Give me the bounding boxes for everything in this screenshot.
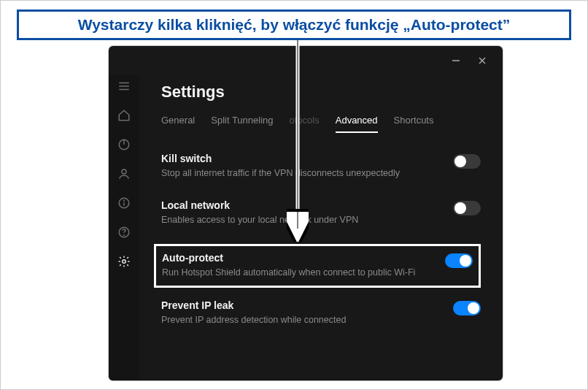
toggle-auto-protect[interactable] [445, 253, 473, 268]
home-icon[interactable] [116, 107, 132, 123]
menu-icon[interactable] [116, 78, 132, 94]
tab-shortcuts[interactable]: Shortcuts [394, 115, 434, 133]
settings-icon[interactable] [116, 253, 132, 269]
sidebar [109, 75, 139, 381]
info-icon[interactable] [116, 195, 132, 211]
close-button[interactable] [469, 50, 495, 71]
setting-desc: Run Hotspot Shield automatically when co… [162, 267, 433, 280]
svg-point-10 [122, 169, 126, 174]
setting-auto-protect: Auto-protect Run Hotspot Shield automati… [154, 244, 481, 288]
account-icon[interactable] [116, 166, 132, 182]
toggle-prevent-ip-leak[interactable] [453, 301, 481, 316]
page-title: Settings [161, 83, 481, 102]
tab-advanced[interactable]: Advanced [336, 115, 378, 133]
help-icon[interactable] [116, 224, 132, 240]
annotation-banner: Wystarczy kilka kliknięć, by włączyć fun… [17, 9, 571, 40]
setting-title: Auto-protect [162, 252, 433, 264]
tab-split-tunneling[interactable]: Split Tunneling [211, 115, 273, 133]
power-icon[interactable] [116, 137, 132, 153]
setting-local-network: Local network Enables access to your loc… [161, 198, 481, 229]
svg-point-15 [124, 234, 125, 235]
svg-point-13 [124, 200, 125, 201]
toggle-kill-switch[interactable] [453, 154, 481, 169]
minimize-button[interactable] [443, 50, 469, 71]
setting-desc: Prevent IP address detection while conne… [161, 314, 441, 327]
toggle-local-network[interactable] [453, 201, 481, 215]
setting-title: Prevent IP leak [161, 299, 441, 311]
content-panel: Settings General Split Tunneling otocols… [139, 75, 503, 381]
annotation-arrow [287, 37, 309, 242]
tabs: General Split Tunneling otocols Advanced… [161, 115, 481, 134]
setting-prevent-ip-leak: Prevent IP leak Prevent IP address detec… [161, 298, 481, 329]
svg-point-16 [123, 260, 126, 264]
setting-kill-switch: Kill switch Stop all internet traffic if… [161, 151, 481, 182]
tab-general[interactable]: General [161, 115, 195, 133]
